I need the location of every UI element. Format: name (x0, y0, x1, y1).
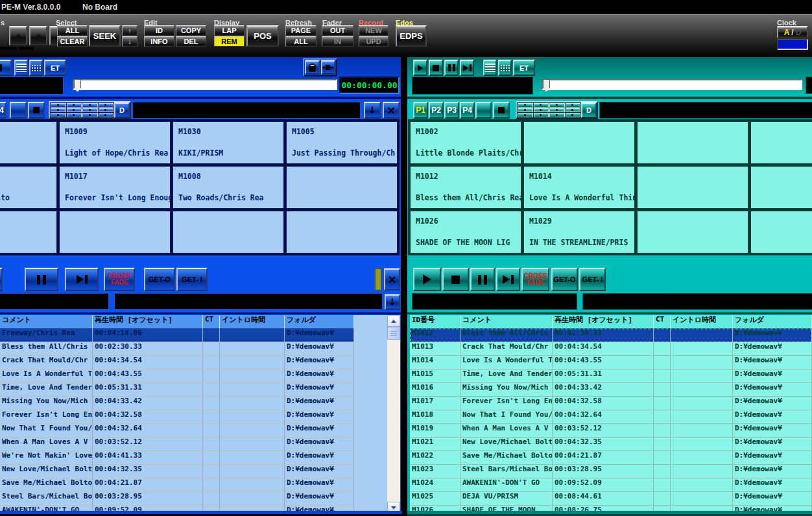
edit-id-button[interactable]: ID (144, 25, 174, 36)
playlist-row[interactable]: Steel Bars/Michael Bo00:03:28.95D:¥demow… (0, 492, 387, 506)
player-a-blank-pad-button[interactable] (10, 102, 27, 119)
player-a-crossfade-button[interactable]: CROSS FADE (104, 268, 135, 291)
player-a-get-in-button[interactable]: GET- I (176, 268, 208, 291)
pad-matrix[interactable] (50, 102, 114, 118)
playlist-row[interactable]: Now That I Found You/00:04:32.64D:¥demow… (0, 424, 387, 438)
seek-down-button[interactable]: ↓ (122, 36, 137, 47)
pad-matrix-segment[interactable] (99, 113, 114, 117)
player-b-seek-slider[interactable] (542, 79, 802, 90)
player-a-connector-button[interactable] (321, 60, 336, 75)
refresh-all-button[interactable]: ALL (285, 36, 316, 47)
select-all-button[interactable]: ALL (57, 25, 88, 36)
pad-matrix-segment[interactable] (534, 103, 549, 108)
pad-cell[interactable]: M1008Two Roads/Chris Rea (173, 166, 284, 209)
column-header[interactable]: CT (203, 315, 220, 329)
player-a-close-button[interactable]: × (384, 268, 400, 290)
player-b-stop-button[interactable] (429, 60, 443, 76)
player-a-drum-button[interactable] (305, 60, 320, 75)
edos-edps-button[interactable]: EDPS (396, 25, 427, 47)
player-b-pad-stop-button[interactable] (493, 102, 510, 119)
pad-matrix-segment[interactable] (82, 108, 98, 113)
pad-cell-empty[interactable] (523, 121, 635, 164)
column-header[interactable]: コメント (460, 315, 553, 329)
playlist-row[interactable]: M1017Forever Isn't Long Eno00:04:32.58D:… (410, 397, 812, 410)
scroll-up-button[interactable] (387, 315, 400, 327)
player-b-et-button[interactable]: ET (513, 60, 535, 76)
pad-cell-empty[interactable] (750, 211, 812, 253)
pad-cell[interactable]: M1014Love Is A Wonderful Thin (523, 166, 635, 209)
pad-cell-empty[interactable] (637, 211, 748, 253)
pad-cell-empty[interactable] (173, 211, 284, 253)
pad-tab-p1[interactable]: P1 (413, 102, 428, 119)
playlist-row[interactable]: M1025DEJA VU/PRISM00:08:44.61D:¥demowav¥ (410, 492, 812, 506)
playlist-row[interactable]: We're Not Makin' Love00:04:41.33D:¥demow… (0, 451, 387, 465)
partial-dot-button-1[interactable] (9, 26, 27, 45)
pad-cell-empty[interactable] (637, 121, 748, 164)
seek-up-button[interactable]: ↑ (122, 25, 137, 36)
playlist-row[interactable]: M1019When A Man Loves A V00:03:52.12D:¥d… (410, 424, 812, 438)
playlist-row[interactable]: Love Is A Wonderful Th00:04:43.55D:¥demo… (0, 369, 387, 383)
pad-tab-p2[interactable]: P2 (429, 102, 444, 119)
player-b-crossfade-button[interactable]: CROSS FADE (521, 268, 549, 291)
pad-cell-empty[interactable] (286, 166, 398, 209)
pad-matrix-segment[interactable] (518, 108, 533, 113)
player-b-grid-view-button[interactable] (498, 60, 512, 76)
player-a-pad-close-button[interactable]: × (383, 102, 400, 119)
player-a-pad-stop-button[interactable] (28, 102, 45, 119)
player-a-seek-slider[interactable] (73, 79, 337, 90)
pad-cell-empty[interactable] (286, 211, 398, 253)
player-a-d-button[interactable]: D (114, 102, 130, 118)
fader-out-button[interactable]: OUT (322, 25, 353, 36)
playlist-scrollbar[interactable] (387, 315, 400, 513)
pad-matrix-segment[interactable] (534, 108, 549, 113)
partial-dot-button-2[interactable] (29, 26, 47, 45)
scroll-thumb[interactable] (387, 327, 400, 340)
pad-cell[interactable]: M1009Light of Hope/Chris Rea (59, 121, 171, 164)
player-a-pad-down-button[interactable]: ↓ (364, 102, 381, 119)
player-a-get-out-button[interactable]: GET-O (144, 268, 175, 291)
slider-handle[interactable] (543, 79, 550, 92)
pad-matrix[interactable] (517, 102, 581, 118)
pad-matrix-segment[interactable] (82, 103, 98, 108)
pad-cell[interactable]: M1012Bless them All/Chris Rea (410, 166, 521, 209)
player-a-play-button[interactable] (0, 268, 3, 291)
pad-matrix-segment[interactable] (67, 103, 82, 108)
player-a-grid-view-button[interactable] (29, 60, 43, 76)
refresh-page-button[interactable]: PAGE (285, 25, 316, 36)
pad-tab-p3[interactable]: P3 (444, 102, 459, 119)
column-header[interactable]: フォルダ (733, 315, 812, 329)
pad-matrix-segment[interactable] (518, 113, 533, 117)
player-a-list-down-button[interactable]: ↓ (385, 294, 400, 310)
player-b-play-button[interactable] (413, 60, 427, 76)
player-b-get-out-button[interactable]: GET-O (551, 268, 578, 291)
edit-del-button[interactable]: DEL (176, 36, 206, 47)
playlist-row[interactable]: M1021New Love/Michael Bolt00:04:32.35D:¥… (410, 438, 812, 451)
slider-handle[interactable] (74, 79, 81, 92)
pad-matrix-segment[interactable] (82, 113, 98, 117)
pad-tab-p4[interactable]: P4 (460, 102, 475, 119)
edit-copy-button[interactable]: COPY (176, 25, 206, 36)
pad-matrix-segment[interactable] (51, 108, 66, 113)
pad-cell[interactable]: M1017Forever Isn't Long Enoug (59, 166, 171, 209)
player-b-blank-pad-button[interactable] (475, 102, 492, 119)
player-b-get-in-button[interactable]: GET- I (579, 268, 606, 291)
player-b-play-button-2[interactable] (413, 268, 441, 291)
pad-cell[interactable]: M1029IN THE STREAMLINE/PRIS (523, 211, 635, 253)
column-header[interactable]: CT (654, 315, 671, 329)
playlist-row[interactable]: M1022Save Me/Michael Bolto00:04:21.87D:¥… (410, 451, 812, 465)
column-header[interactable]: イントロ時間 (671, 315, 733, 329)
pad-matrix-segment[interactable] (67, 113, 82, 117)
select-clear-button[interactable]: CLEAR (57, 36, 88, 47)
edit-info-button[interactable]: INFO (144, 36, 174, 47)
pad-cell[interactable]: RTH/PRISM (0, 121, 57, 164)
seek-button[interactable]: SEEK (89, 25, 121, 47)
pad-cell[interactable]: M1026SHADE OF THE MOON LIG (410, 211, 521, 253)
pad-cell-empty[interactable] (750, 166, 812, 209)
column-header[interactable]: ID番号 (410, 315, 460, 329)
playlist-row[interactable]: M1015Time, Love And Tender00:05:31.31D:¥… (410, 369, 812, 383)
playlist-row[interactable]: Crack That Mould/Chr00:04:34.54D:¥demowa… (0, 356, 387, 369)
pad-matrix-segment[interactable] (534, 113, 549, 117)
pad-cell[interactable]: M1002Little Blonde Plaits/Chris (410, 121, 521, 164)
pad-matrix-segment[interactable] (99, 103, 114, 108)
playlist-row[interactable]: Forever Isn't Long Eno00:04:32.58D:¥demo… (0, 410, 387, 424)
